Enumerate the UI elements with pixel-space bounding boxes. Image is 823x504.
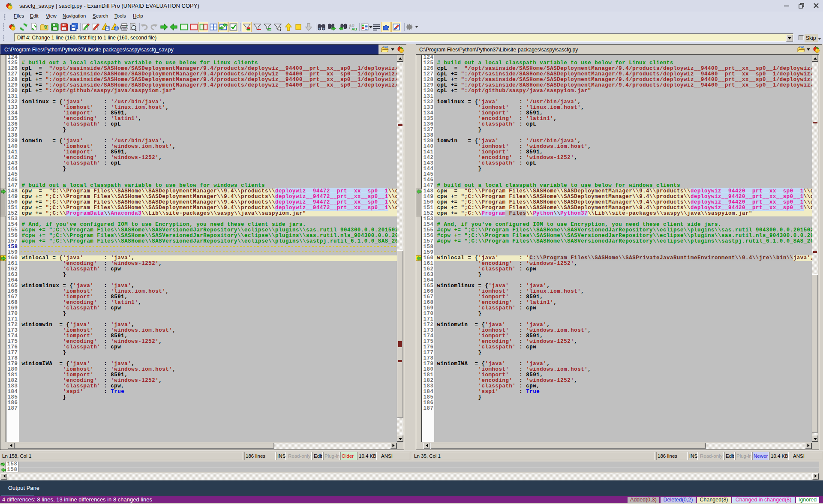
svg-text:AB: AB [351, 27, 357, 31]
